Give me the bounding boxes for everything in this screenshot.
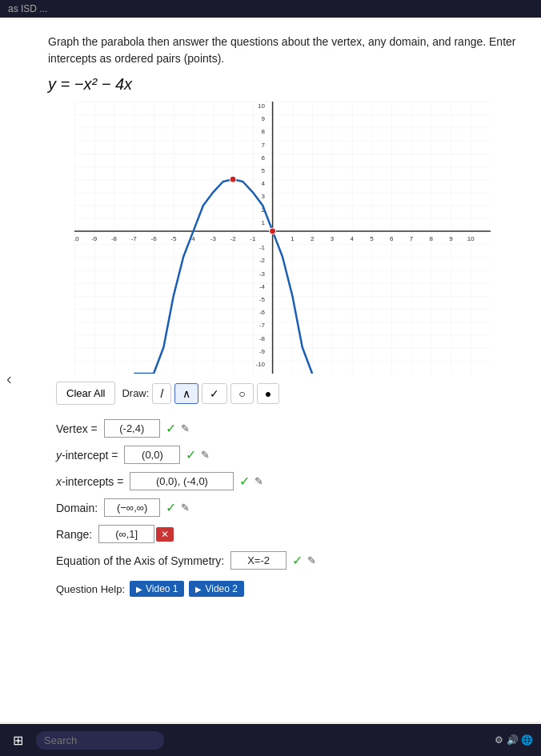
taskbar-right: ⚙ 🔊 🌐 <box>495 734 533 746</box>
y-intercept-edit-icon[interactable]: ✎ <box>201 449 210 461</box>
top-bar: as ISD ... <box>0 0 541 18</box>
x-intercepts-row: x-intercepts = (0,0), (-4,0) ✓ ✎ <box>56 472 517 490</box>
axis-symmetry-edit-icon[interactable]: ✎ <box>307 554 316 566</box>
x-intercepts-check: ✓ <box>239 474 250 489</box>
axis-symmetry-check: ✓ <box>292 553 303 568</box>
y-intercept-check: ✓ <box>186 447 196 462</box>
curve-tool-button[interactable]: ∧ <box>174 383 198 404</box>
svg-text:-7: -7 <box>131 235 138 242</box>
svg-text:-6: -6 <box>150 235 157 242</box>
video1-button[interactable]: Video 1 <box>130 581 184 597</box>
vertex-label: Vertex = <box>56 422 98 435</box>
draw-label: Draw: <box>122 387 149 399</box>
vertex-row: Vertex = (-2,4) ✓ ✎ <box>56 419 517 438</box>
y-intercept-row: y-intercept = (0,0) ✓ ✎ <box>56 446 517 464</box>
svg-text:8: 8 <box>262 128 266 135</box>
svg-text:-1: -1 <box>250 235 256 242</box>
svg-text:4: 4 <box>262 180 266 187</box>
taskbar-icons: ⚙ 🔊 🌐 <box>495 734 533 746</box>
svg-text:9: 9 <box>449 235 453 242</box>
svg-text:-2: -2 <box>230 235 237 242</box>
graph-area[interactable]: -10 -9 -8 -7 -6 -5 4 -3 -2 -1 1 2 3 4 5 … <box>74 102 491 374</box>
svg-text:7: 7 <box>262 142 266 149</box>
range-clear-button[interactable]: ✕ <box>156 527 174 542</box>
main-content: Graph the parabola then answer the quest… <box>0 18 541 722</box>
windows-icon: ⊞ <box>13 734 23 747</box>
svg-text:-8: -8 <box>259 335 266 342</box>
svg-text:-1: -1 <box>259 244 266 251</box>
domain-row: Domain: (−∞,∞) ✓ ✎ <box>56 498 517 517</box>
svg-text:-3: -3 <box>259 270 266 278</box>
y-intercept-value[interactable]: (0,0) <box>124 446 180 464</box>
x-intercepts-edit-icon[interactable]: ✎ <box>254 475 263 487</box>
svg-text:-8: -8 <box>111 235 118 242</box>
svg-text:-9: -9 <box>259 348 266 355</box>
svg-text:9: 9 <box>262 115 266 122</box>
axis-symmetry-value[interactable]: X=-2 <box>230 551 287 570</box>
answers-section: Vertex = (-2,4) ✓ ✎ y-intercept = (0,0) … <box>48 419 517 597</box>
svg-text:6: 6 <box>390 235 394 242</box>
svg-text:-10: -10 <box>255 361 265 368</box>
y-intercept-label: y-intercept = <box>56 449 118 462</box>
svg-text:-10: -10 <box>74 235 79 242</box>
svg-text:4: 4 <box>350 235 354 242</box>
video2-label: Video 2 <box>205 583 237 594</box>
problem-instruction: Graph the parabola then answer the quest… <box>48 34 517 67</box>
circle-tool-button[interactable]: ○ <box>230 383 253 404</box>
svg-text:-7: -7 <box>259 322 266 329</box>
video1-label: Video 1 <box>146 583 178 594</box>
x-intercepts-label: x-intercepts = <box>56 475 123 488</box>
nav-back-button[interactable]: ‹ <box>6 369 12 387</box>
svg-text:10: 10 <box>258 102 265 110</box>
axis-symmetry-label: Equation of the Axis of Symmetry: <box>56 554 224 567</box>
domain-label: Domain: <box>56 502 98 514</box>
svg-text:1: 1 <box>262 219 266 226</box>
svg-text:-5: -5 <box>259 296 266 303</box>
svg-text:-3: -3 <box>210 235 217 242</box>
svg-point-44 <box>230 176 236 182</box>
range-row: Range: (∞,1] ✕ <box>56 525 517 543</box>
checkmark-tool-button[interactable]: ✓ <box>202 383 227 404</box>
windows-start-button[interactable]: ⊞ <box>8 730 28 751</box>
taskbar-search-wrap: 🔍 <box>36 731 164 750</box>
svg-text:3: 3 <box>331 235 335 242</box>
vertex-check: ✓ <box>166 421 176 436</box>
taskbar-search-input[interactable] <box>36 731 164 750</box>
question-help-row: Question Help: Video 1 Video 2 <box>56 581 517 597</box>
range-value[interactable]: (∞,1] <box>98 525 154 543</box>
svg-text:-6: -6 <box>259 309 266 316</box>
svg-text:1: 1 <box>291 235 295 242</box>
clear-all-button[interactable]: Clear All <box>56 382 115 405</box>
taskbar: ⊞ 🔍 ⚙ 🔊 🌐 <box>0 724 541 756</box>
domain-value[interactable]: (−∞,∞) <box>104 498 160 517</box>
drawing-toolbar: Clear All Draw: / ∧ ✓ ○ ● <box>48 382 517 405</box>
svg-point-45 <box>270 228 276 234</box>
svg-text:10: 10 <box>467 235 475 242</box>
domain-check: ✓ <box>166 500 176 515</box>
svg-text:-2: -2 <box>259 257 266 264</box>
svg-text:7: 7 <box>410 235 414 242</box>
svg-rect-1 <box>74 102 491 374</box>
svg-text:5: 5 <box>262 167 266 174</box>
video2-button[interactable]: Video 2 <box>189 581 243 597</box>
range-box: (∞,1] ✕ <box>98 525 174 543</box>
svg-text:5: 5 <box>370 235 374 242</box>
vertex-edit-icon[interactable]: ✎ <box>181 422 190 434</box>
line-tool-button[interactable]: / <box>152 383 171 404</box>
x-intercepts-value[interactable]: (0,0), (-4,0) <box>130 472 234 490</box>
axis-symmetry-row: Equation of the Axis of Symmetry: X=-2 ✓… <box>56 551 517 570</box>
svg-text:-9: -9 <box>91 235 98 242</box>
domain-edit-icon[interactable]: ✎ <box>181 502 190 514</box>
question-help-label: Question Help: <box>56 583 125 595</box>
equation-display: y = −x² − 4x <box>48 75 517 94</box>
svg-text:3: 3 <box>262 193 266 200</box>
range-label: Range: <box>56 528 92 541</box>
dot-tool-button[interactable]: ● <box>257 383 279 404</box>
vertex-value[interactable]: (-2,4) <box>104 419 160 438</box>
svg-text:-5: -5 <box>170 235 177 242</box>
svg-text:2: 2 <box>311 235 315 242</box>
top-bar-label: as ISD ... <box>8 3 47 14</box>
svg-text:6: 6 <box>262 154 266 162</box>
svg-text:-4: -4 <box>259 283 266 290</box>
svg-text:8: 8 <box>429 235 433 242</box>
